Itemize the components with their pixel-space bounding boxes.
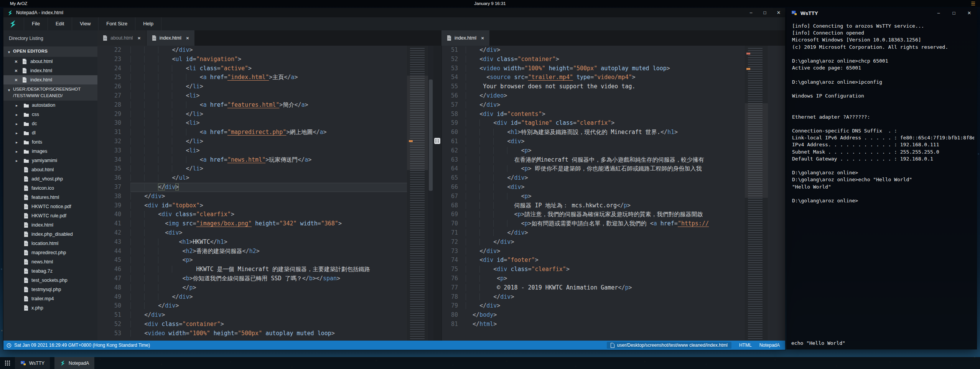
tree-file[interactable]: <>x.php — [3, 303, 97, 313]
chevron-right-icon[interactable]: ▸ — [16, 103, 20, 108]
aroz-start-menu[interactable]: My ArOZ — [10, 1, 27, 6]
line-number: 22 — [97, 46, 130, 55]
scrollbar-left[interactable] — [428, 46, 433, 341]
tree-file[interactable]: <>index.php_disabled — [3, 230, 97, 239]
notepada-title-bar[interactable]: NotepadA - index.html – □ ✕ — [3, 8, 785, 17]
close-icon[interactable]: ✕ — [967, 10, 972, 16]
terminal-output[interactable]: [info] Conencting to arozos WsTTY servic… — [792, 23, 974, 204]
hamburger-icon[interactable]: ☰ — [971, 1, 975, 7]
file-icon: <> — [23, 296, 29, 301]
tab-index.html[interactable]: <>index.html✕ — [441, 30, 489, 46]
maximize-icon[interactable]: □ — [951, 10, 957, 16]
taskbar-item-wstty[interactable]: WsTTY — [15, 357, 50, 369]
tree-file[interactable]: <>trailer.mp4 — [3, 294, 97, 303]
close-icon[interactable]: ✕ — [13, 78, 19, 82]
minimap-right[interactable] — [745, 46, 768, 341]
tree-file[interactable]: <>features.html — [3, 193, 97, 202]
tree-folder-yamiyamimi[interactable]: ▸yamiyamimi — [3, 156, 97, 165]
minimap-viewport[interactable] — [745, 103, 768, 198]
line-number: 80 — [442, 311, 466, 320]
menu-file[interactable]: File — [24, 17, 48, 30]
menu-view[interactable]: View — [72, 17, 98, 30]
tree-file[interactable]: <>mapredirect.php — [3, 248, 97, 257]
code-text: <div id="footer"> — [466, 256, 785, 265]
tab-index.html[interactable]: <>index.html✕ — [147, 30, 194, 46]
close-icon[interactable]: ✕ — [13, 69, 19, 73]
taskbar-item-notepada[interactable]: NotepadA — [54, 357, 94, 369]
tree-file[interactable]: <>favicon.ico — [3, 184, 97, 193]
open-editor-item[interactable]: ✕<>index.html — [3, 75, 97, 84]
minimap-left[interactable] — [407, 46, 428, 341]
editor-pane-right[interactable]: 51 </div>52 <div class="container">53 <v… — [441, 46, 785, 341]
chevron-right-icon[interactable]: ▸ — [16, 159, 20, 163]
code-lines-left: 22 </div>23 <ul id="navigation">24 <li c… — [97, 46, 441, 338]
app-name-label: NotepadA — [759, 343, 780, 348]
tree-folder-dl[interactable]: ▸dl — [3, 128, 97, 137]
line-number: 39 — [97, 201, 130, 210]
tree-file[interactable]: <>add_vhost.php — [3, 174, 97, 184]
chevron-right-icon[interactable]: ▸ — [16, 140, 20, 144]
maximize-icon[interactable]: □ — [762, 10, 768, 15]
chevron-right-icon[interactable]: ▸ — [16, 122, 20, 126]
close-icon[interactable]: ✕ — [13, 60, 19, 64]
wstty-title-bar[interactable]: WsTTY – □ ✕ — [787, 8, 977, 18]
tree-file[interactable]: <>news.html — [3, 257, 97, 266]
chevron-right-icon[interactable]: ▸ — [16, 131, 20, 135]
pane-splitter[interactable] — [433, 46, 441, 341]
close-icon[interactable]: ✕ — [186, 36, 189, 40]
minimap-viewport[interactable] — [407, 76, 428, 170]
menu-help[interactable]: Help — [135, 17, 161, 30]
tree-file[interactable]: <>test_sockets.php — [3, 276, 97, 285]
menu-font-size[interactable]: Font Size — [98, 17, 135, 30]
line-number: 67 — [442, 192, 466, 201]
close-icon[interactable]: ✕ — [776, 10, 781, 15]
code-line: 58 <div id="contents"> — [442, 110, 785, 119]
code-text: </div> — [130, 46, 441, 55]
tab-about.html[interactable]: <>about.html✕ — [97, 30, 146, 46]
tree-file[interactable]: <>location.html — [3, 239, 97, 248]
code-text: <div class="clearfix"> — [130, 210, 441, 219]
desktop: My ArOZ January 9 16:31 ☰ NotepadA - ind… — [0, 0, 980, 369]
open-editors-header[interactable]: ▾OPEN EDITORS — [3, 46, 97, 57]
minimize-icon[interactable]: – — [748, 10, 754, 15]
file-icon: <> — [23, 305, 29, 311]
tree-folder-images[interactable]: ▸images — [3, 147, 97, 156]
scrollbar-thumb[interactable] — [429, 79, 433, 191]
code-text: </div> — [466, 228, 785, 238]
file-icon: <> — [103, 35, 107, 41]
close-icon[interactable]: ✕ — [481, 36, 484, 40]
splitter-grip-icon[interactable] — [434, 138, 440, 144]
tree-file[interactable]: <>teabag.7z — [3, 266, 97, 276]
tree-folder-css[interactable]: ▸css — [3, 110, 97, 119]
line-number: 60 — [442, 128, 466, 137]
app-launcher-icon[interactable] — [5, 360, 10, 366]
line-number: 48 — [97, 283, 130, 293]
tree-folder-dc[interactable]: ▸dc — [3, 119, 97, 128]
editor-pane-left[interactable]: 22 </div>23 <ul id="navigation">24 <li c… — [97, 46, 441, 341]
line-number: 45 — [97, 256, 130, 265]
open-editor-item[interactable]: ✕<>about.html — [3, 57, 97, 66]
code-text: Your browser does not support the video … — [466, 82, 785, 91]
minimap-marker — [746, 68, 750, 70]
tree-folder-fonts[interactable]: ▸fonts — [3, 137, 97, 147]
window-title: WsTTY — [800, 10, 818, 16]
code-line: 65 </div> — [442, 174, 785, 183]
code-line: 34 <a href="news.html">玩家傳送門</a> — [97, 156, 441, 165]
minimize-icon[interactable]: – — [936, 10, 941, 16]
tree-file[interactable]: <>about.html — [3, 165, 97, 174]
code-text: </div> — [466, 247, 785, 256]
chevron-right-icon[interactable]: ▸ — [16, 113, 20, 117]
menu-edit[interactable]: Edit — [48, 17, 72, 30]
tree-file[interactable]: <>HKWTC notice.pdf — [3, 202, 97, 211]
terminal-input-echo[interactable]: echo "Hello World" — [791, 340, 845, 346]
open-editor-item[interactable]: ✕<>index.html — [3, 66, 97, 75]
tree-file[interactable]: <>HKWTC rule.pdf — [3, 211, 97, 220]
tree-folder-autostation[interactable]: ▸autostation — [3, 101, 97, 110]
close-icon[interactable]: ✕ — [137, 36, 140, 40]
code-line: 49 </div> — [97, 293, 441, 302]
workspace-root-header[interactable]: ▾USER:/DESKTOP/SCREENSHOT /TEST/WWW CLEA… — [3, 84, 97, 101]
tree-file[interactable]: <>testmysql.php — [3, 285, 97, 294]
chevron-right-icon[interactable]: ▸ — [16, 149, 20, 154]
tree-file[interactable]: <>index.html — [3, 220, 97, 230]
code-line: 51 </div> — [97, 311, 441, 320]
